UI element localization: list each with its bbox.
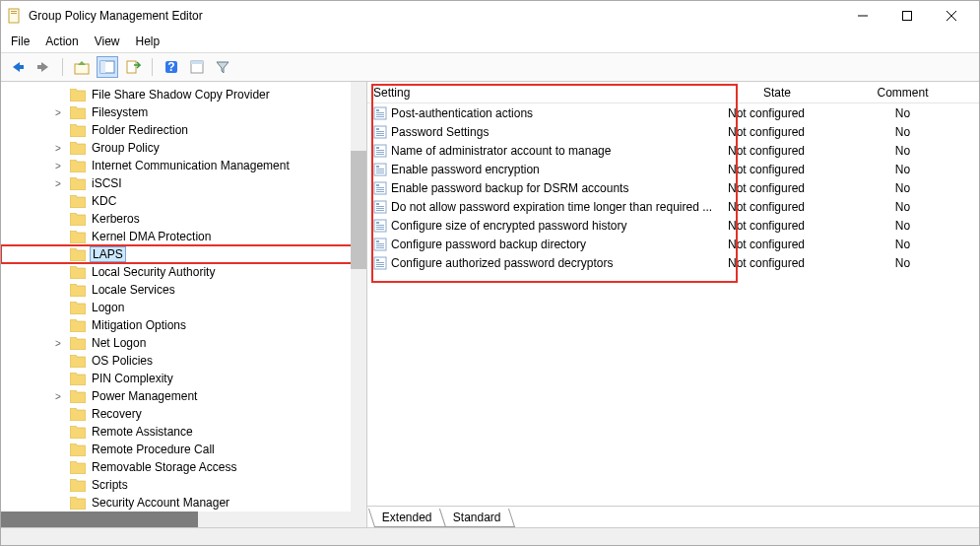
- tree-item[interactable]: Remote Procedure Call: [1, 441, 366, 458]
- tree-item-label: Removable Storage Access: [90, 460, 238, 474]
- svg-rect-35: [376, 171, 384, 171]
- content-area: File Share Shadow Copy Provider>Filesyst…: [1, 82, 979, 527]
- tree-view[interactable]: File Share Shadow Copy Provider>Filesyst…: [1, 82, 366, 512]
- expander-icon[interactable]: >: [52, 143, 64, 154]
- tree-item[interactable]: >Group Policy: [1, 139, 366, 157]
- setting-row[interactable]: Post-authentication actionsNot configure…: [367, 103, 979, 122]
- svg-rect-45: [376, 208, 384, 209]
- tree-item[interactable]: >iSCSI: [1, 174, 366, 192]
- setting-row[interactable]: Configure authorized password decryptors…: [367, 253, 979, 272]
- svg-rect-12: [127, 61, 136, 73]
- setting-state: Not configured: [728, 144, 826, 158]
- svg-rect-41: [376, 191, 384, 192]
- setting-state: Not configured: [728, 200, 826, 214]
- svg-rect-38: [376, 184, 379, 186]
- properties-button[interactable]: [186, 56, 208, 78]
- setting-name: Password Settings: [391, 125, 728, 139]
- menu-bar: File Action View Help: [1, 31, 979, 53]
- vertical-scrollbar[interactable]: [351, 82, 366, 512]
- tree-item[interactable]: Kerberos: [1, 210, 366, 228]
- setting-row[interactable]: Enable password encryptionNot configured…: [367, 160, 979, 178]
- menu-view[interactable]: View: [95, 34, 120, 48]
- minimize-button[interactable]: [840, 2, 884, 30]
- svg-rect-31: [376, 154, 384, 155]
- column-state[interactable]: State: [728, 86, 826, 100]
- svg-text:?: ?: [167, 60, 174, 74]
- svg-rect-59: [376, 262, 384, 263]
- tree-item[interactable]: Removable Storage Access: [1, 458, 366, 476]
- expander-icon[interactable]: >: [52, 178, 64, 189]
- setting-row[interactable]: Enable password backup for DSRM accounts…: [367, 178, 979, 197]
- svg-rect-30: [376, 152, 384, 153]
- back-button[interactable]: [7, 56, 29, 78]
- setting-row[interactable]: Configure password backup directoryNot c…: [367, 235, 979, 253]
- expander-icon[interactable]: >: [52, 338, 64, 349]
- tree-item-label: Net Logon: [90, 336, 148, 350]
- setting-comment: No: [826, 163, 979, 176]
- tree-item[interactable]: Security Account Manager: [1, 494, 366, 512]
- tree-item[interactable]: OS Policies: [1, 352, 366, 370]
- expander-icon[interactable]: >: [52, 107, 64, 118]
- scrollbar-thumb[interactable]: [1, 512, 198, 527]
- tree-item-label: PIN Complexity: [90, 372, 175, 385]
- tree-item-label: Power Management: [90, 389, 199, 403]
- setting-comment: No: [826, 125, 979, 139]
- setting-comment: No: [826, 238, 979, 251]
- tab-extended[interactable]: Extended: [368, 509, 446, 527]
- tree-item[interactable]: Scripts: [1, 476, 366, 494]
- svg-rect-43: [376, 203, 379, 205]
- forward-button[interactable]: [33, 56, 54, 78]
- expander-icon[interactable]: >: [52, 391, 64, 402]
- tree-item[interactable]: Mitigation Options: [1, 316, 366, 334]
- toolbar-separator: [62, 58, 63, 76]
- tree-item[interactable]: KDC: [1, 192, 366, 210]
- column-comment[interactable]: Comment: [826, 86, 979, 100]
- menu-help[interactable]: Help: [136, 34, 161, 48]
- toolbar: ?: [1, 53, 979, 82]
- svg-rect-8: [37, 65, 42, 69]
- filter-button[interactable]: [212, 56, 233, 78]
- setting-row[interactable]: Name of administrator account to manageN…: [367, 141, 979, 160]
- export-button[interactable]: [122, 56, 144, 78]
- svg-rect-18: [376, 109, 379, 111]
- tree-item[interactable]: >Internet Communication Management: [1, 157, 366, 174]
- svg-rect-34: [376, 169, 384, 170]
- show-hide-tree-button[interactable]: [97, 56, 118, 78]
- svg-rect-19: [376, 112, 384, 113]
- tree-item[interactable]: PIN Complexity: [1, 370, 366, 387]
- tree-item[interactable]: >Net Logon: [1, 334, 366, 352]
- setting-row[interactable]: Configure size of encrypted password his…: [367, 216, 979, 235]
- tree-item[interactable]: >Filesystem: [1, 103, 366, 121]
- tree-item[interactable]: Recovery: [1, 405, 366, 423]
- tree-item[interactable]: Local Security Authority: [1, 263, 366, 281]
- scrollbar-thumb[interactable]: [351, 151, 366, 269]
- tree-item[interactable]: Kernel DMA Protection: [1, 228, 366, 245]
- tree-item[interactable]: Remote Assistance: [1, 423, 366, 441]
- menu-file[interactable]: File: [11, 34, 30, 48]
- up-button[interactable]: [71, 56, 93, 78]
- tree-item[interactable]: Folder Redirection: [1, 121, 366, 139]
- tree-item[interactable]: Logon: [1, 299, 366, 316]
- help-button[interactable]: ?: [161, 56, 182, 78]
- svg-rect-49: [376, 225, 384, 226]
- menu-action[interactable]: Action: [45, 34, 78, 48]
- horizontal-scrollbar[interactable]: [1, 512, 366, 527]
- tree-item[interactable]: >Power Management: [1, 387, 366, 405]
- tree-item[interactable]: LAPS: [1, 245, 366, 263]
- setting-state: Not configured: [728, 238, 826, 251]
- expander-icon[interactable]: >: [52, 161, 64, 171]
- column-setting[interactable]: Setting: [373, 86, 728, 100]
- setting-name: Configure authorized password decryptors: [391, 256, 728, 270]
- close-button[interactable]: [929, 2, 973, 30]
- tree-item[interactable]: Locale Services: [1, 281, 366, 299]
- maximize-button[interactable]: [884, 2, 929, 30]
- setting-name: Enable password backup for DSRM accounts: [391, 181, 728, 195]
- tree-item[interactable]: File Share Shadow Copy Provider: [1, 86, 366, 103]
- setting-row[interactable]: Password SettingsNot configuredNo: [367, 122, 979, 141]
- tab-standard[interactable]: Standard: [439, 509, 515, 527]
- setting-row[interactable]: Do not allow password expiration time lo…: [367, 197, 979, 216]
- tree-item-label: Folder Redirection: [90, 123, 190, 137]
- tree-item-label: Kerberos: [90, 212, 142, 226]
- tree-item-label: Locale Services: [90, 283, 177, 297]
- svg-rect-60: [376, 264, 384, 265]
